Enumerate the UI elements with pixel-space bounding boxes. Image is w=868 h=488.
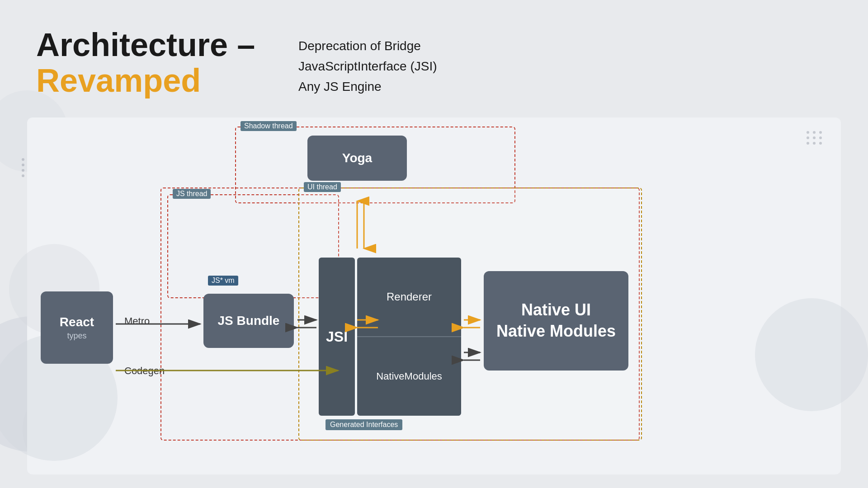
header: Architecture – Revamped: [36, 27, 255, 99]
react-box: React types: [41, 291, 113, 364]
title-line1: Architecture –: [36, 27, 255, 63]
nativemodules-inner-label: NativeModules: [357, 337, 461, 416]
shadow-thread-label: Shadow thread: [241, 121, 297, 131]
yoga-box: Yoga: [307, 136, 407, 181]
jsbundle-box: JS Bundle: [203, 294, 294, 348]
renderer-area: Renderer NativeModules: [357, 258, 461, 416]
bullet-item-3: Any JS Engine: [298, 77, 437, 97]
native-modules-label: Native Modules: [496, 321, 616, 342]
bullets-list: Deprecation of Bridge JavaScriptInterfac…: [298, 36, 437, 97]
bullet-item-1: Deprecation of Bridge: [298, 36, 437, 56]
jsi-label: JSI: [326, 328, 348, 345]
dec-circle-right: [755, 298, 868, 411]
metro-label: Metro: [124, 315, 150, 327]
dots-grid-top-right: [807, 131, 823, 145]
yoga-label: Yoga: [342, 151, 372, 165]
jsbundle-label: JS Bundle: [218, 314, 280, 328]
jsvm-label: JS* vm: [208, 276, 238, 286]
bullet-item-2: JavaScriptInterface (JSI): [298, 56, 437, 77]
react-label: React: [60, 315, 94, 329]
js-thread-label: JS thread: [173, 189, 211, 199]
codegen-label: Codegen: [124, 365, 165, 377]
generated-interfaces-label: Generated Interfaces: [326, 419, 402, 430]
ui-thread-label: UI thread: [304, 182, 341, 192]
renderer-label: Renderer: [357, 258, 461, 337]
jsi-bar: JSI: [319, 258, 355, 416]
diagram-container: Shadow thread JS thread UI thread Yoga R…: [27, 117, 841, 474]
native-ui-label: Native UI: [521, 300, 591, 321]
types-label: types: [67, 331, 86, 341]
native-box: Native UI Native Modules: [484, 271, 628, 371]
title-line2: Revamped: [36, 63, 255, 99]
